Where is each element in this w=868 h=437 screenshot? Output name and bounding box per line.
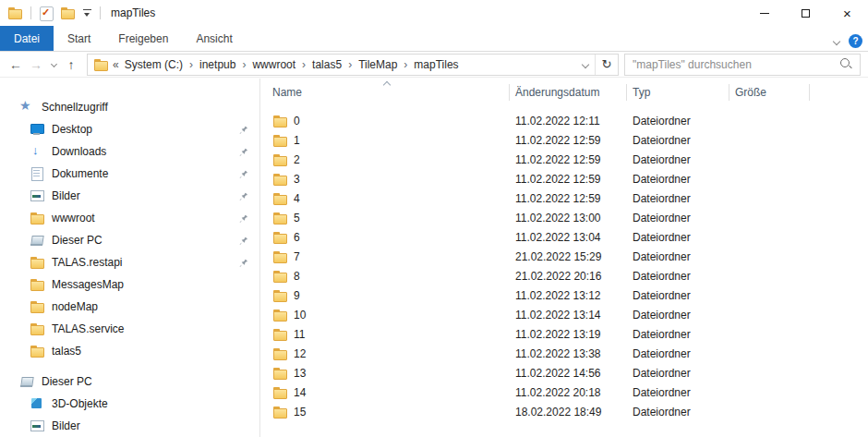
sidebar-item-label: TALAS.restapi (52, 256, 122, 269)
back-button[interactable]: ← (6, 54, 26, 76)
column-header-size[interactable]: Größe (729, 80, 810, 104)
breadcrumb-item[interactable]: wwwroot (235, 58, 295, 71)
file-modified: 11.02.2022 12:59 (510, 134, 627, 147)
table-row[interactable]: 3 11.02.2022 12:59 Dateiordner (260, 169, 868, 188)
sidebar-item-icon (30, 211, 44, 225)
sidebar-item[interactable]: wwwroot (0, 207, 259, 229)
table-row[interactable]: 8 21.02.2022 20:16 Dateiordner (260, 266, 868, 285)
sidebar-item-label: Bilder (52, 419, 80, 432)
sidebar-item-icon (30, 396, 44, 411)
close-button[interactable]: × (826, 0, 868, 26)
sidebar-item[interactable]: TALAS.restapi (0, 251, 259, 273)
search-icon[interactable] (839, 57, 853, 71)
breadcrumb-item[interactable]: TileMap (342, 58, 397, 71)
minimize-button[interactable] (743, 0, 785, 26)
sidebar-item[interactable]: Downloads (0, 140, 259, 163)
table-row[interactable]: 5 11.02.2022 13:00 Dateiordner (260, 208, 868, 227)
column-header-modified[interactable]: Änderungsdatum (510, 80, 627, 104)
qat-dropdown-icon[interactable] (83, 8, 91, 18)
table-row[interactable]: 6 11.02.2022 13:04 Dateiordner (260, 227, 868, 247)
sidebar-item[interactable]: Desktop (0, 118, 259, 140)
ribbon-tab-label: Ansicht (196, 32, 232, 45)
table-row[interactable]: 0 11.02.2022 12:11 Dateiordner (260, 111, 868, 130)
sidebar-item-label: Dieser PC (52, 234, 102, 247)
ribbon-expand-chevron-down-icon[interactable] (833, 38, 840, 45)
sidebar-item[interactable]: 3D-Objekte (0, 393, 259, 415)
sidebar-item[interactable]: Bilder (0, 415, 259, 437)
file-name: 15 (294, 406, 306, 419)
sidebar-item[interactable]: nodeMap (0, 296, 259, 318)
sidebar-item[interactable]: Dieser PC (0, 229, 259, 251)
breadcrumb-item[interactable]: mapTiles (397, 58, 458, 71)
folder-icon (272, 269, 287, 283)
table-row[interactable]: 10 11.02.2022 13:14 Dateiordner (260, 305, 868, 324)
maximize-button[interactable] (785, 0, 826, 26)
ribbon-tab-label: Datei (14, 32, 40, 45)
sidebar-item[interactable]: Dieser PC (0, 370, 259, 393)
sidebar-item-label: Schnellzugriff (42, 101, 108, 114)
table-row[interactable]: 14 11.02.2022 20:18 Dateiordner (260, 382, 868, 402)
table-row[interactable]: 2 11.02.2022 12:59 Dateiordner (260, 150, 868, 169)
help-icon[interactable]: ? (849, 34, 862, 48)
title-bar: mapTiles × (0, 0, 868, 26)
sidebar-item[interactable]: Bilder (0, 185, 259, 207)
table-row[interactable]: 1 11.02.2022 12:59 Dateiordner (260, 130, 868, 150)
address-bar[interactable]: « System (C:) inetpub wwwroot talas5 Til… (87, 54, 619, 76)
sidebar-item-icon (30, 277, 44, 292)
sidebar-item-label: Dieser PC (42, 375, 92, 388)
file-type: Dateiordner (627, 173, 729, 186)
file-modified: 11.02.2022 12:59 (510, 173, 627, 186)
ribbon-tab[interactable]: Ansicht (182, 26, 246, 51)
file-type: Dateiordner (627, 270, 729, 283)
file-modified: 11.02.2022 12:59 (510, 192, 627, 205)
file-name: 6 (294, 231, 300, 244)
search-input[interactable] (625, 58, 839, 71)
column-header-name[interactable]: Name (260, 80, 510, 104)
up-button[interactable]: ↑ (61, 54, 81, 76)
properties-check-icon[interactable] (40, 6, 52, 20)
sidebar-item[interactable]: talas5 (0, 340, 259, 362)
recent-locations-chevron-down-icon[interactable] (46, 54, 61, 76)
table-row[interactable]: 12 11.02.2022 13:38 Dateiordner (260, 344, 868, 363)
folder-icon (272, 405, 287, 419)
table-row[interactable]: 9 11.02.2022 13:12 Dateiordner (260, 285, 868, 305)
table-row[interactable]: 13 11.02.2022 14:56 Dateiordner (260, 363, 868, 382)
file-type: Dateiordner (627, 250, 729, 263)
folder-icon (272, 308, 287, 322)
file-type: Dateiordner (627, 367, 729, 380)
file-list-pane: Name Änderungsdatum Typ Größe (260, 79, 868, 437)
table-row[interactable]: 7 21.02.2022 15:29 Dateiordner (260, 247, 868, 266)
breadcrumb-item[interactable]: System (C:) (125, 58, 183, 71)
new-folder-icon[interactable] (60, 6, 75, 20)
table-row[interactable]: 11 11.02.2022 13:19 Dateiordner (260, 324, 868, 344)
file-name: 7 (294, 250, 300, 263)
file-modified: 11.02.2022 13:04 (510, 231, 627, 244)
sidebar-item[interactable]: TALAS.service (0, 318, 259, 340)
file-type: Dateiordner (627, 153, 729, 166)
ribbon-tab[interactable]: Freigeben (104, 26, 182, 51)
file-modified: 11.02.2022 13:38 (510, 347, 627, 360)
sidebar-item-label: talas5 (52, 345, 81, 358)
search-box[interactable] (624, 54, 861, 76)
refresh-icon[interactable]: ↻ (596, 55, 618, 75)
column-header-type[interactable]: Typ (627, 80, 729, 104)
address-dropdown-chevron-down-icon[interactable] (576, 55, 595, 75)
ribbon-tab[interactable]: Datei (0, 26, 54, 51)
ribbon-tab[interactable]: Start (54, 26, 104, 51)
minimize-icon (760, 13, 769, 14)
sidebar-item[interactable]: Dokumente (0, 163, 259, 185)
ribbon-tab-row: Datei Start Freigeben Ansicht ? (0, 26, 868, 52)
column-header-label: Änderungsdatum (515, 86, 599, 99)
forward-button[interactable]: → (26, 54, 46, 76)
breadcrumb-item[interactable]: inetpub (183, 58, 235, 71)
table-row[interactable]: 4 11.02.2022 12:59 Dateiordner (260, 188, 868, 208)
file-name: 4 (294, 192, 300, 205)
window-title: mapTiles (111, 6, 155, 19)
sidebar-item[interactable]: MessagesMap (0, 273, 259, 296)
sidebar-item[interactable]: Schnellzugriff (0, 96, 259, 118)
folder-icon (272, 230, 287, 244)
file-type: Dateiordner (627, 309, 729, 322)
breadcrumb-item[interactable]: talas5 (295, 58, 342, 71)
table-row[interactable]: 15 18.02.2022 18:49 Dateiordner (260, 402, 868, 421)
breadcrumb-overflow-icon[interactable]: « (113, 58, 119, 71)
